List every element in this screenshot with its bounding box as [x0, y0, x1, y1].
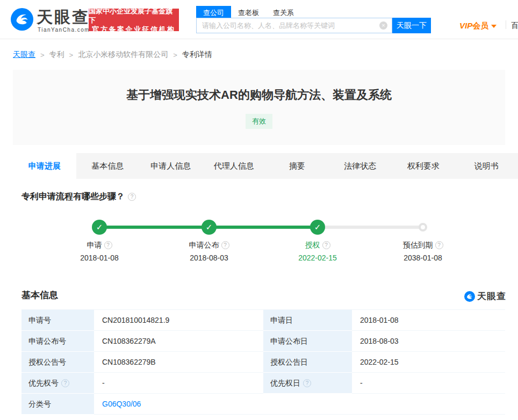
patent-title-card: 基于增强现实技术AR的购物导航方法、装置及系统 有效 [13, 70, 505, 145]
table-label: 优先权日? [263, 373, 352, 394]
timeline-step-date: 2018-08-03 [166, 254, 252, 262]
table-label: 优先权号? [21, 373, 94, 394]
gov-badge-line1: 国家中小企业发展子基金旗下 [89, 6, 179, 25]
check-icon: ✓ [310, 220, 325, 235]
watermark-text: 天眼查 [477, 290, 506, 302]
process-heading-text: 专利申请流程有哪些步骤？ [21, 191, 125, 202]
table-label: 申请公布日 [263, 331, 352, 352]
table-label: 申请公布号 [21, 331, 94, 352]
tianyancha-logo-icon[interactable] [11, 8, 33, 31]
tab-claims[interactable]: 权利要求 [392, 153, 455, 179]
tab-applicant-info[interactable]: 申请人信息 [139, 153, 203, 179]
table-value: 2018-01-08 [352, 310, 505, 331]
header-right-partial-text[interactable]: 百 [511, 21, 518, 31]
classification-link[interactable]: G06Q30/06 [102, 400, 141, 408]
chevron-down-icon [491, 25, 497, 28]
breadcrumb-home[interactable]: 天眼查 [13, 50, 35, 60]
basic-info-table: 申请号 CN201810014821.9 申请日 2018-01-08 申请公布… [21, 309, 505, 415]
table-value: 2018-08-03 [352, 331, 505, 352]
table-value: - [352, 373, 505, 394]
process-timeline: ✓ ✓ ✓ 申请? 申请公布? 授权? 预估到期? 2018-01-08 201… [0, 215, 518, 269]
table-label: 申请日 [263, 310, 352, 331]
patent-detail-page: 天眼查 TianYanCha.com 国家中小企业发展子基金旗下 官方备案企业征… [0, 0, 518, 420]
help-icon[interactable]: ? [435, 241, 443, 249]
table-value: CN108362279B [94, 352, 263, 373]
timeline-step-date: 2038-01-08 [380, 254, 466, 262]
status-badge: 有效 [246, 114, 272, 129]
tab-abstract[interactable]: 摘要 [265, 153, 329, 179]
detail-tabbar: 申请进展 基本信息 申请人信息 代理人信息 摘要 法律状态 权利要求 说明书 [13, 153, 518, 179]
breadcrumb-separator: > [173, 51, 177, 59]
tab-basic-info[interactable]: 基本信息 [76, 153, 140, 179]
breadcrumb-section[interactable]: 专利 [49, 50, 64, 60]
clear-icon[interactable]: × [379, 21, 387, 30]
header-divider [506, 20, 506, 29]
vip-menu[interactable]: VIP会员 [459, 21, 497, 31]
breadcrumb: 天眼查 > 专利 > 北京小米移动软件有限公司 > 专利详情 [13, 50, 212, 60]
process-heading: 专利申请流程有哪些步骤？ ? [21, 191, 136, 202]
page-title: 基于增强现实技术AR的购物导航方法、装置及系统 [13, 70, 505, 103]
tianyancha-watermark-icon [464, 291, 475, 302]
search-button[interactable]: 天眼一下 [392, 18, 431, 33]
pending-node-icon [419, 223, 427, 231]
logo-domain: TianYanCha.com [38, 27, 90, 33]
breadcrumb-separator: > [40, 51, 45, 59]
timeline-step-date: 2022-02-15 [275, 254, 361, 262]
table-label: 分类号 [21, 394, 94, 415]
tab-legal-status[interactable]: 法律状态 [329, 153, 392, 179]
tab-application-progress[interactable]: 申请进展 [13, 153, 76, 179]
tab-description[interactable]: 说明书 [455, 153, 518, 179]
timeline-line-pending [318, 226, 423, 229]
watermark: 天眼查 [464, 290, 506, 302]
table-label: 申请号 [21, 310, 94, 331]
logo-text[interactable]: 天眼查 [37, 9, 90, 26]
table-value: 2022-02-15 [352, 352, 505, 373]
table-label: 授权公告日 [263, 352, 352, 373]
vip-label-suffix: 会员 [472, 21, 488, 30]
breadcrumb-current: 专利详情 [182, 50, 212, 60]
basic-info-heading: 基本信息 [21, 289, 58, 301]
help-icon[interactable]: ? [104, 241, 112, 249]
table-value: - [94, 373, 263, 394]
breadcrumb-separator: > [69, 51, 74, 59]
search-box: × [196, 18, 392, 33]
site-header: 天眼查 TianYanCha.com 国家中小企业发展子基金旗下 官方备案企业征… [0, 0, 518, 39]
timeline-step-label: 预估到期? [380, 241, 466, 250]
vip-label-prefix: VIP [459, 21, 472, 30]
timeline-step-date: 2018-01-08 [56, 254, 142, 262]
help-icon[interactable]: ? [221, 241, 229, 249]
help-icon[interactable]: ? [61, 379, 69, 387]
help-icon[interactable]: ? [128, 193, 136, 201]
help-icon[interactable]: ? [303, 379, 311, 387]
table-value: CN201810014821.9 [94, 310, 263, 331]
timeline-step-label: 授权? [275, 241, 361, 250]
breadcrumb-company[interactable]: 北京小米移动软件有限公司 [78, 50, 168, 60]
table-value: G06Q30/06 [94, 394, 505, 415]
table-label: 授权公告号 [21, 352, 94, 373]
gov-fund-badge: 国家中小企业发展子基金旗下 官方备案企业征信机构 [89, 9, 179, 31]
gov-badge-line2: 官方备案企业征信机构 [92, 25, 176, 34]
check-icon: ✓ [202, 220, 217, 235]
check-icon: ✓ [92, 220, 107, 235]
timeline-step-label: 申请? [56, 241, 142, 250]
timeline-step-label: 申请公布? [166, 241, 252, 250]
tab-agent-info[interactable]: 代理人信息 [203, 153, 266, 179]
search-input[interactable] [196, 18, 392, 33]
help-icon[interactable]: ? [322, 241, 330, 249]
table-value: CN108362279A [94, 331, 263, 352]
